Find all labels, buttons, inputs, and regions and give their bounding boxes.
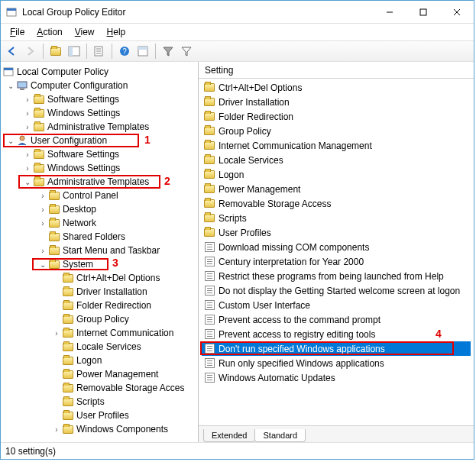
- menu-help[interactable]: Help: [102, 25, 131, 39]
- back-button[interactable]: [4, 43, 21, 60]
- tree-user-config[interactable]: ⌄ User Configuration: [1, 134, 198, 147]
- expander-icon[interactable]: ⌄: [22, 176, 33, 187]
- folder-icon: [62, 354, 74, 367]
- list-item[interactable]: Ctrl+Alt+Del Options: [202, 80, 471, 95]
- chevron-right-icon[interactable]: ›: [51, 328, 62, 338]
- tree-network[interactable]: ›Network: [1, 216, 198, 230]
- tree-sys-ctrlaltdel[interactable]: Ctrl+Alt+Del Options: [1, 271, 198, 285]
- tree-cc-windows[interactable]: ›Windows Settings: [1, 106, 198, 120]
- folder-icon: [62, 313, 74, 325]
- tree-uc-windows[interactable]: ›Windows Settings: [1, 161, 198, 175]
- expander-icon[interactable]: ⌄: [5, 80, 16, 91]
- tree-start-menu[interactable]: ›Start Menu and Taskbar: [1, 244, 198, 257]
- tree-system[interactable]: ⌄System: [1, 257, 198, 271]
- chevron-right-icon[interactable]: ›: [22, 108, 33, 118]
- tree-pane[interactable]: Local Computer Policy ⌄ Computer Configu…: [1, 62, 199, 442]
- tree-sys-locale[interactable]: Locale Services: [1, 340, 198, 354]
- statusbar: 10 setting(s): [1, 442, 474, 459]
- tree-sys-removable[interactable]: Removable Storage Acces: [1, 381, 198, 395]
- list-item-label: Internet Communication Management: [219, 141, 372, 151]
- list-item[interactable]: User Profiles: [202, 225, 471, 240]
- tab-standard[interactable]: Standard: [254, 429, 306, 442]
- folder-icon: [62, 299, 74, 312]
- folder-icon: [62, 423, 74, 435]
- column-header-setting[interactable]: Setting: [205, 65, 233, 76]
- menu-view[interactable]: View: [70, 25, 99, 39]
- tree-sys-group-policy[interactable]: Group Policy: [1, 312, 198, 326]
- list-item[interactable]: Century interpretation for Year 2000: [202, 254, 471, 269]
- tree-control-panel[interactable]: ›Control Panel: [1, 189, 198, 202]
- chevron-right-icon[interactable]: ›: [37, 190, 48, 201]
- tree-shared-folders[interactable]: Shared Folders: [1, 230, 198, 244]
- tree-root[interactable]: Local Computer Policy: [1, 65, 198, 79]
- list-item[interactable]: Run only specified Windows applications: [202, 356, 471, 370]
- tree-sys-scripts[interactable]: Scripts: [1, 395, 198, 409]
- menu-action[interactable]: Action: [32, 25, 66, 39]
- chevron-right-icon[interactable]: ›: [22, 121, 33, 132]
- tree-sys-icm[interactable]: ›Internet Communication: [1, 326, 198, 340]
- list-item-label: Driver Installation: [219, 97, 290, 108]
- tree-sys-logon[interactable]: Logon: [1, 354, 198, 367]
- menu-file[interactable]: File: [5, 25, 29, 39]
- up-folder-button[interactable]: [47, 43, 64, 60]
- expander-icon[interactable]: ⌄: [5, 135, 16, 146]
- setting-icon: [203, 314, 215, 326]
- expander-icon[interactable]: ⌄: [37, 259, 48, 270]
- list-item[interactable]: Folder Redirection: [202, 109, 471, 124]
- chevron-right-icon[interactable]: ›: [22, 149, 33, 160]
- tree-sys-user-profiles[interactable]: User Profiles: [1, 409, 198, 422]
- list-item[interactable]: Removable Storage Access: [202, 196, 471, 211]
- chevron-right-icon[interactable]: ›: [51, 424, 62, 435]
- show-hide-tree-button[interactable]: [66, 43, 83, 60]
- filter-options-button[interactable]: [160, 43, 176, 60]
- chevron-right-icon[interactable]: ›: [22, 94, 33, 105]
- list-item-label: Prevent access to registry editing tools: [219, 329, 375, 340]
- list-item[interactable]: Power Management: [202, 182, 471, 196]
- tree-cc-software[interactable]: ›Software Settings: [1, 92, 198, 106]
- list-item[interactable]: Custom User Interface: [202, 298, 471, 312]
- list-item[interactable]: Windows Automatic Updates: [202, 370, 471, 385]
- tab-extended[interactable]: Extended: [203, 429, 255, 442]
- tree-sys-folder-redir[interactable]: Folder Redirection: [1, 299, 198, 312]
- chevron-right-icon[interactable]: ›: [37, 204, 48, 215]
- forward-button[interactable]: [22, 43, 39, 60]
- list-item[interactable]: Locale Services: [202, 153, 471, 167]
- list-item-label: Restrict these programs from being launc…: [219, 271, 444, 282]
- tree-sys-power[interactable]: Power Management: [1, 367, 198, 381]
- tree-desktop[interactable]: ›Desktop: [1, 202, 198, 216]
- list-item-label: Custom User Interface: [219, 300, 310, 311]
- list-item[interactable]: Prevent access to registry editing tools: [202, 327, 471, 341]
- list-item[interactable]: Driver Installation: [202, 95, 471, 109]
- tree-sys-driver[interactable]: Driver Installation: [1, 285, 198, 299]
- minimize-button[interactable]: [373, 1, 406, 23]
- tree-cc-admin[interactable]: ›Administrative Templates: [1, 120, 198, 134]
- list-item[interactable]: Internet Communication Management: [202, 138, 471, 153]
- chevron-right-icon[interactable]: ›: [37, 245, 48, 256]
- list-item-label: Power Management: [219, 184, 300, 195]
- close-button[interactable]: [440, 1, 474, 23]
- list-item[interactable]: Group Policy: [202, 124, 471, 138]
- tree-label: Software Settings: [47, 94, 119, 105]
- filter-button[interactable]: [178, 43, 195, 60]
- help-button[interactable]: ?: [116, 43, 133, 60]
- list-item[interactable]: Do not display the Getting Started welco…: [202, 283, 471, 298]
- export-list-button[interactable]: [91, 43, 108, 60]
- chevron-right-icon[interactable]: ›: [37, 218, 48, 228]
- tree-uc-software[interactable]: ›Software Settings: [1, 147, 198, 161]
- list-item-label: Century interpretation for Year 2000: [219, 257, 364, 267]
- tree-computer-config[interactable]: ⌄ Computer Configuration: [1, 79, 198, 92]
- properties-button[interactable]: [134, 43, 151, 60]
- maximize-button[interactable]: [406, 1, 440, 23]
- list-item[interactable]: Restrict these programs from being launc…: [202, 269, 471, 283]
- list-item[interactable]: Scripts: [202, 211, 471, 225]
- list-item[interactable]: Download missing COM components: [202, 240, 471, 254]
- list-header[interactable]: Setting: [199, 62, 474, 79]
- list-body[interactable]: Ctrl+Alt+Del OptionsDriver InstallationF…: [199, 79, 474, 425]
- list-item[interactable]: Logon: [202, 167, 471, 182]
- list-item[interactable]: Don't run specified Windows applications: [202, 341, 471, 356]
- tree-uc-admin[interactable]: ⌄Administrative Templates: [1, 175, 198, 189]
- chevron-right-icon[interactable]: ›: [22, 163, 33, 173]
- window: Local Group Policy Editor File Action Vi…: [0, 0, 474, 460]
- tree-sys-win-components[interactable]: ›Windows Components: [1, 422, 198, 436]
- list-item[interactable]: Prevent access to the command prompt: [202, 312, 471, 327]
